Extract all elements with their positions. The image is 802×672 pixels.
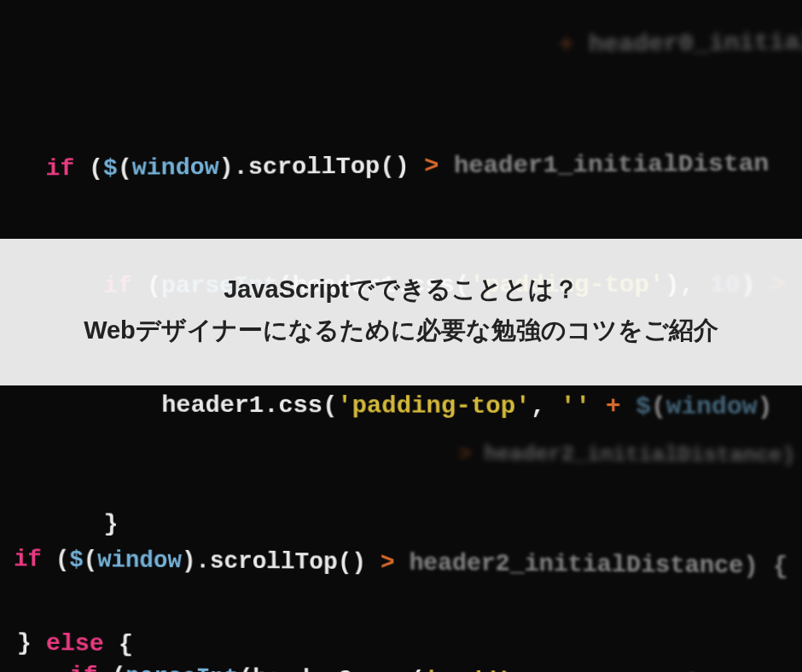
title-banner: JavaScriptでできることとは？ Webデザイナーになるために必要な勉強の…	[0, 239, 802, 385]
title-line-2: Webデザイナーになるために必要な勉強のコツをご紹介	[17, 310, 785, 351]
title-line-1: JavaScriptでできることとは？	[17, 269, 785, 310]
code-block-bottom: > header2_initialDistance) { if ($(windo…	[0, 401, 802, 672]
code-line: > header2_initialDistance) {	[0, 401, 802, 508]
code-line: if (parseInt(header2.css('padding-top'),…	[0, 617, 802, 672]
code-line: if ($(window).scrollTop() > header2_init…	[0, 502, 802, 627]
code-line: if ($(window).scrollTop() > header1_init…	[0, 103, 802, 229]
code-line: + header0_initial	[0, 0, 802, 111]
